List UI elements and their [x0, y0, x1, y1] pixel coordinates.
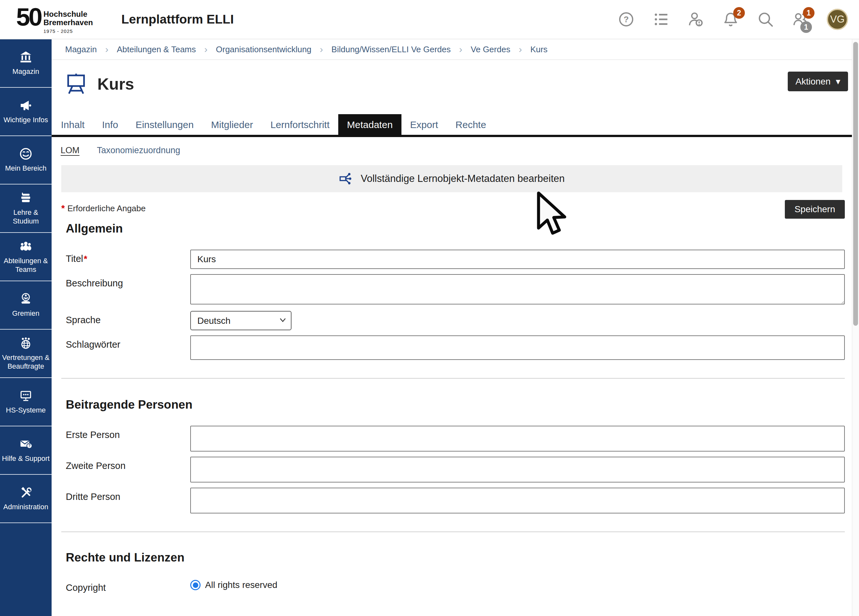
megaphone-icon [19, 99, 33, 112]
caret-down-icon: ▾ [836, 76, 840, 87]
vertical-scrollbar[interactable] [852, 39, 859, 616]
sidebar-item-wichtige-infos[interactable]: Wichtige Infos [0, 88, 52, 136]
sidebar-item-label: Gremien [12, 309, 39, 318]
breadcrumb-separator: › [320, 44, 323, 55]
help-icon[interactable]: ? [618, 11, 634, 28]
top-header: 50 Hochschule Bremerhaven 1975 - 2025 Le… [0, 0, 859, 39]
sidebar-item-label: Abteilungen & Teams [2, 256, 50, 274]
university-logo[interactable]: 50 Hochschule Bremerhaven 1975 - 2025 [16, 5, 93, 34]
schlagwoerter-input[interactable] [190, 335, 845, 360]
zweite-person-input[interactable] [190, 457, 845, 483]
sidebar-item-label: Wichtige Infos [3, 116, 48, 125]
svg-text:?: ? [28, 444, 30, 448]
subtab-taxonomiezuordnung[interactable]: Taxonomiezuordnung [97, 145, 180, 155]
user-avatar[interactable]: VG [827, 9, 848, 30]
breadcrumb-separator: › [105, 44, 108, 55]
subtab-lom[interactable]: LOM [61, 145, 80, 155]
section-heading-allgemein: Allgemein [66, 222, 845, 235]
breadcrumb-separator: › [459, 44, 462, 55]
user-activity-icon[interactable] [687, 11, 704, 28]
search-icon[interactable] [757, 11, 774, 28]
beschreibung-textarea[interactable] [190, 274, 845, 305]
copyright-radio[interactable] [190, 580, 201, 590]
sidebar-item-hilfe-support[interactable]: ? Hilfe & Support [0, 426, 52, 475]
dritte-person-label: Dritte Person [61, 488, 190, 513]
sidebar-item-label: Vertretungen & Beauftragte [2, 353, 50, 371]
logo-name-1: Hochschule [44, 10, 93, 19]
page-title: Kurs [97, 75, 134, 94]
sidebar-item-administration[interactable]: Administration [0, 475, 52, 523]
erste-person-input[interactable] [190, 426, 845, 452]
zweite-person-label: Zweite Person [61, 457, 190, 483]
breadcrumb-item[interactable]: Kurs [530, 44, 548, 55]
metadata-hub-icon [339, 171, 354, 186]
sidebar-item-hs-systeme[interactable]: HS-Systeme [0, 378, 52, 426]
required-note: *Erforderliche Angabe [61, 200, 146, 214]
sidebar-item-abteilungen-teams[interactable]: Abteilungen & Teams [0, 233, 52, 281]
contacts-badge-new: 1 [803, 7, 815, 19]
sidebar-item-label: Administration [3, 502, 48, 511]
contacts-icon[interactable]: 1 1 [792, 11, 809, 28]
dritte-person-input[interactable] [190, 488, 845, 513]
breadcrumb-item[interactable]: Bildung/Wissen/ELLI Ve Gerdes [331, 44, 451, 55]
titel-label: Titel* [61, 250, 190, 269]
todo-list-icon[interactable] [653, 11, 669, 28]
tab-inhalt[interactable]: Inhalt [52, 114, 93, 135]
sidebar-item-gremien[interactable]: Gremien [0, 281, 52, 330]
breadcrumb-item[interactable]: Organisationsentwicklung [216, 44, 311, 55]
sidebar-item-magazin[interactable]: Magazin [0, 39, 52, 88]
breadcrumb-item[interactable]: Abteilungen & Teams [117, 44, 196, 55]
breadcrumb-item[interactable]: Ve Gerdes [471, 44, 511, 55]
tab-export[interactable]: Export [401, 114, 447, 135]
notifications-badge: 2 [733, 7, 745, 19]
sidebar-item-mein-bereich[interactable]: Mein Bereich [0, 136, 52, 184]
subtab-bar: LOM Taxonomiezuordnung [61, 145, 852, 155]
titel-input[interactable] [190, 250, 845, 269]
edit-full-metadata-button[interactable]: Vollständige Lernobjekt-Metadaten bearbe… [61, 165, 842, 192]
beschreibung-label: Beschreibung [61, 274, 190, 306]
breadcrumb-item[interactable]: Magazin [65, 44, 97, 55]
monitor-icon [19, 389, 33, 402]
globe-people-icon [19, 336, 33, 350]
sprache-select[interactable]: Deutsch [190, 311, 292, 330]
speichern-button[interactable]: Speichern [785, 200, 845, 219]
breadcrumb-separator: › [205, 44, 208, 55]
tab-metadaten[interactable]: Metadaten [338, 114, 401, 135]
svg-text:?: ? [624, 14, 629, 24]
sidebar-item-label: Hilfe & Support [2, 454, 50, 463]
sidebar-item-vertretungen-beauftragte[interactable]: Vertretungen & Beauftragte [0, 330, 52, 378]
contacts-badge-total: 1 [800, 21, 812, 33]
mail-question-icon: ? [19, 437, 33, 451]
section-heading-beitragende-personen: Beitragende Personen [66, 398, 845, 411]
titel-required-star: * [84, 254, 87, 264]
aktionen-label: Aktionen [795, 77, 831, 87]
tools-icon [19, 486, 33, 499]
tab-mitglieder[interactable]: Mitglieder [203, 114, 262, 135]
bell-icon[interactable]: 2 [722, 11, 739, 28]
sprache-label: Sprache [61, 311, 190, 330]
section-divider [61, 378, 845, 378]
main-sidebar: Magazin Wichtige Infos Mein Bereich Lehr… [0, 39, 52, 616]
committee-icon [19, 292, 33, 306]
copyright-label: Copyright [61, 578, 190, 593]
sidebar-item-label: HS-Systeme [6, 406, 45, 415]
main-content: Magazin › Abteilungen & Teams › Organisa… [52, 39, 852, 616]
sidebar-item-lehre-studium[interactable]: Lehre & Studium [0, 184, 52, 233]
section-divider [61, 532, 845, 532]
aktionen-button[interactable]: Aktionen ▾ [788, 72, 848, 91]
tab-einstellungen[interactable]: Einstellungen [127, 114, 202, 135]
sidebar-item-label: Mein Bereich [5, 164, 47, 173]
section-heading-rechte-lizenzen: Rechte und Lizenzen [66, 551, 845, 564]
tab-bar: Inhalt Info Einstellungen Mitglieder Ler… [52, 114, 852, 137]
erste-person-label: Erste Person [61, 426, 190, 452]
smiley-icon [19, 147, 33, 161]
logo-years: 1975 - 2025 [44, 28, 93, 34]
tab-lernfortschritt[interactable]: Lernfortschritt [262, 114, 338, 135]
edit-full-metadata-label: Vollständige Lernobjekt-Metadaten bearbe… [361, 173, 565, 184]
tab-info[interactable]: Info [93, 114, 127, 135]
course-easel-icon [64, 72, 88, 97]
scrollbar-thumb[interactable] [853, 42, 858, 326]
required-star: * [61, 203, 65, 213]
app-title: Lernplattform ELLI [121, 12, 234, 27]
tab-rechte[interactable]: Rechte [447, 114, 495, 135]
